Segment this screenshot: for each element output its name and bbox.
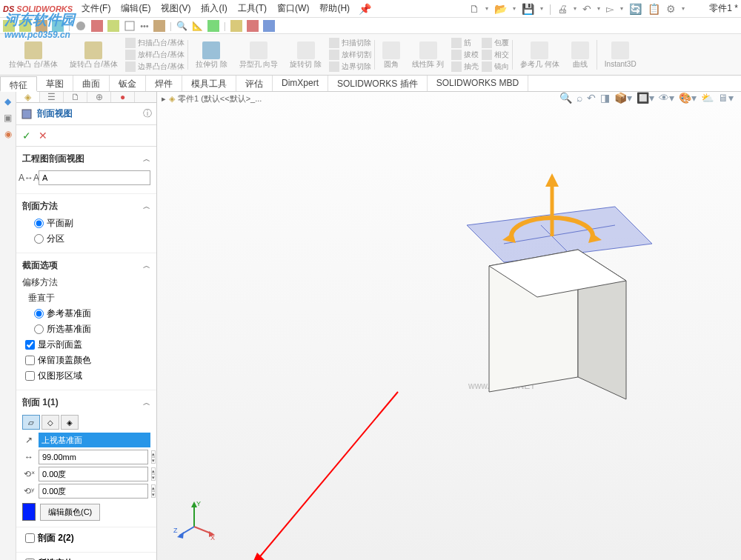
- radio-ref-plane[interactable]: [34, 309, 44, 319]
- appearance-icon[interactable]: 🎨▾: [679, 92, 697, 104]
- ribbon-wrap[interactable]: 包覆: [482, 38, 509, 48]
- ribbon-curves[interactable]: 曲线: [567, 41, 594, 68]
- tool-icon-4[interactable]: [52, 20, 64, 32]
- undo-icon[interactable]: ↶: [582, 3, 591, 15]
- plane-btn-top[interactable]: ▱: [22, 415, 40, 430]
- check-show-cap[interactable]: [25, 340, 35, 350]
- select-icon[interactable]: ▻: [606, 3, 614, 15]
- tool-icon-8[interactable]: [124, 20, 136, 32]
- ribbon-draft[interactable]: 拔模: [451, 50, 479, 60]
- ribbon-ref-geom[interactable]: 参考几 何体: [516, 41, 564, 68]
- spin-up[interactable]: ▴: [151, 450, 156, 457]
- view-settings-icon[interactable]: 🖥▾: [718, 92, 734, 104]
- chevron-up-icon[interactable]: ︿: [143, 154, 150, 164]
- menu-edit[interactable]: 编辑(E): [121, 2, 150, 15]
- help-icon[interactable]: ⓘ: [143, 107, 152, 120]
- strip-icon-1[interactable]: ◆: [4, 96, 11, 107]
- chevron-up-icon[interactable]: ︿: [143, 398, 150, 408]
- panel-tab-5[interactable]: ●: [111, 92, 135, 102]
- tab-evaluate[interactable]: 评估: [236, 76, 273, 91]
- section-color-swatch[interactable]: [22, 503, 36, 521]
- view-triad[interactable]: Y X Z: [172, 497, 216, 541]
- tool-icon-10[interactable]: [207, 20, 219, 32]
- search-icon[interactable]: 🔍: [176, 21, 187, 31]
- options-icon[interactable]: 📋: [648, 3, 660, 15]
- open-icon[interactable]: 📂: [494, 3, 507, 15]
- ribbon-instant3d[interactable]: Instant3D: [600, 41, 641, 68]
- ribbon-sweep-boss[interactable]: 扫描凸台/基体: [125, 38, 185, 48]
- tool-icon-6[interactable]: [91, 20, 103, 32]
- save-icon[interactable]: 💾: [522, 3, 534, 15]
- ribbon-revolve-boss[interactable]: 旋转凸 台/基体: [65, 41, 123, 68]
- tool-icon-2[interactable]: [19, 20, 31, 32]
- spin-down[interactable]: ▾: [151, 491, 156, 498]
- tool-icon-11[interactable]: [230, 20, 242, 32]
- tab-sheetmetal[interactable]: 钣金: [110, 76, 146, 91]
- menu-file[interactable]: 文件(F): [82, 2, 110, 15]
- ribbon-mirror[interactable]: 镜向: [482, 61, 509, 72]
- ok-button[interactable]: ✓: [22, 130, 31, 141]
- tab-addins[interactable]: SOLIDWORKS 插件: [328, 76, 428, 91]
- ribbon-sweep-cut[interactable]: 扫描切除: [329, 38, 371, 48]
- ribbon-rib[interactable]: 筋: [451, 38, 479, 48]
- strip-icon-3[interactable]: ◉: [4, 129, 12, 139]
- graphics-viewport[interactable]: ▸ ◈ 零件1 (默认<<默认>_... 🔍 ⌕ ↶ ◨ 📦▾ 🔲▾ 👁▾ 🎨▾…: [157, 92, 741, 560]
- plane-btn-front[interactable]: ◇: [41, 415, 59, 430]
- ribbon-revolve-cut[interactable]: 旋转切 除: [285, 41, 326, 68]
- print-icon[interactable]: 🖨: [557, 3, 568, 15]
- strip-icon-2[interactable]: ▣: [4, 113, 12, 123]
- ribbon-loft-cut[interactable]: 放样切割: [329, 50, 371, 60]
- rebuild-icon[interactable]: 🔄: [629, 3, 642, 15]
- panel-tab-3[interactable]: 🗋: [64, 92, 87, 102]
- radio-planar[interactable]: [34, 219, 44, 228]
- tab-weldments[interactable]: 焊件: [146, 76, 182, 91]
- reverse-icon[interactable]: ↗: [22, 433, 36, 447]
- tool-icon-7[interactable]: [107, 20, 119, 32]
- settings-icon[interactable]: ⚙: [666, 3, 676, 15]
- ribbon-linear-pattern[interactable]: 线性阵 列: [408, 41, 448, 68]
- angle-y-input[interactable]: [39, 484, 148, 499]
- check-graphics-only[interactable]: [25, 371, 35, 381]
- check-keep-color[interactable]: [25, 356, 35, 365]
- cancel-button[interactable]: ✕: [39, 130, 47, 141]
- 3d-model[interactable]: [408, 166, 667, 425]
- chevron-up-icon[interactable]: ︿: [143, 261, 150, 271]
- tool-icon-5[interactable]: [75, 20, 87, 32]
- ribbon-extrude-cut[interactable]: 拉伸切 除: [191, 41, 232, 68]
- ribbon-intersect[interactable]: 相交: [482, 50, 509, 60]
- distance-input[interactable]: [39, 450, 148, 464]
- tab-surface[interactable]: 曲面: [73, 76, 110, 91]
- ribbon-boundary-cut[interactable]: 边界切除: [329, 61, 371, 72]
- angle-x-input[interactable]: [39, 467, 148, 481]
- section-view-icon[interactable]: ◨: [600, 92, 610, 104]
- tab-sketch[interactable]: 草图: [37, 76, 73, 91]
- tab-moldtools[interactable]: 模具工具: [182, 76, 236, 91]
- plane-selection[interactable]: 上视基准面: [39, 433, 150, 447]
- spin-up[interactable]: ▴: [151, 467, 156, 474]
- hide-show-icon[interactable]: 👁▾: [659, 92, 674, 104]
- tool-icon-12[interactable]: [247, 20, 259, 32]
- spin-down[interactable]: ▾: [151, 457, 156, 464]
- ribbon-boundary-boss[interactable]: 边界凸台/基体: [125, 61, 185, 72]
- spin-down[interactable]: ▾: [151, 474, 156, 481]
- ribbon-extrude-boss[interactable]: 拉伸凸 台/基体: [4, 41, 62, 68]
- measure-icon[interactable]: 📐: [192, 21, 203, 31]
- new-icon[interactable]: 🗋: [469, 3, 479, 15]
- panel-tab-feature[interactable]: ◈: [16, 92, 40, 102]
- panel-tab-2[interactable]: ☰: [40, 92, 64, 102]
- tab-dimxpert[interactable]: DimXpert: [273, 76, 328, 91]
- menu-insert[interactable]: 插入(I): [201, 2, 227, 15]
- radio-partition[interactable]: [34, 234, 44, 244]
- menu-window[interactable]: 窗口(W): [277, 2, 309, 15]
- menu-help[interactable]: 帮助(H): [319, 2, 350, 15]
- ribbon-loft-boss[interactable]: 放样凸台/基体: [125, 50, 185, 60]
- tab-mbd[interactable]: SOLIDWORKS MBD: [428, 76, 528, 91]
- prev-view-icon[interactable]: ↶: [587, 92, 596, 104]
- radio-sel-plane[interactable]: [34, 324, 44, 334]
- tool-icon-13[interactable]: [263, 20, 275, 32]
- tool-icon-1[interactable]: [3, 20, 15, 32]
- edit-color-button[interactable]: 编辑颜色(C): [40, 504, 100, 521]
- display-style-icon[interactable]: 🔲▾: [637, 92, 654, 104]
- tool-icon-9[interactable]: [153, 20, 165, 32]
- ribbon-hole-wizard[interactable]: 异型孔 向导: [235, 41, 283, 68]
